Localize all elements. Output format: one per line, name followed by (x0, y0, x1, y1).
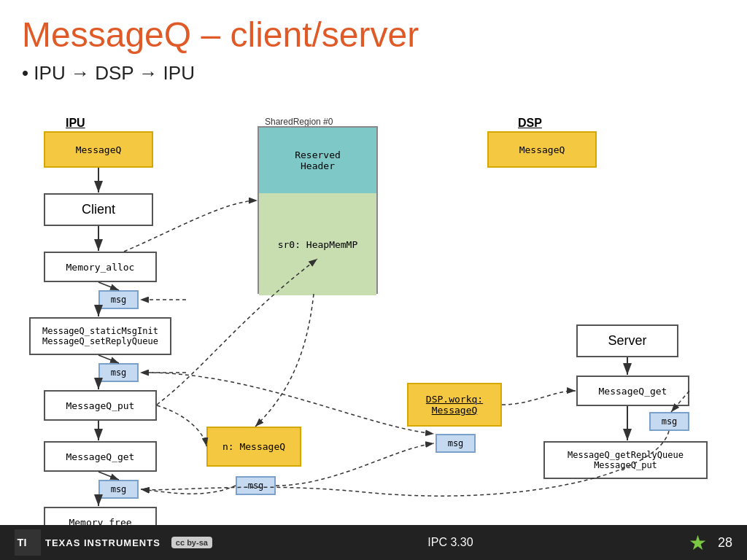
cc-badge: cc by-sa (171, 537, 212, 548)
ipu-messageq-box: MessageQ (44, 131, 153, 168)
svg-line-4 (98, 282, 119, 290)
page-number: 28 (718, 535, 732, 551)
ti-logo: TI TEXAS INSTRUMENTS (15, 529, 160, 556)
msg-server-label: msg (662, 416, 678, 427)
diagram-area: IPU DSP SharedRegion #0 MessageQ Client … (0, 113, 747, 521)
ipu-messageq-label: MessageQ (76, 144, 122, 155)
msg-n-box: msg (236, 476, 276, 495)
msg-server-box: msg (649, 412, 689, 431)
ti-company-name: TEXAS INSTRUMENTS (45, 537, 160, 548)
footer-version: IPC 3.30 (427, 536, 473, 549)
arrow1: → (71, 62, 90, 84)
msg-dsp-box: msg (436, 434, 476, 453)
msg-n-label: msg (248, 481, 264, 491)
sr0-box: sr0: HeapMemMP (259, 193, 376, 295)
msg3-box: msg (98, 480, 139, 499)
footer-right: ★ 28 (689, 531, 732, 555)
static-set-label: MessageQ_staticMsgInit MessageQ_setReply… (42, 326, 158, 346)
messageq-get-server-box: MessageQ_get (576, 376, 689, 406)
client-box: Client (44, 193, 153, 226)
msg3-label: msg (111, 484, 127, 494)
version-text: IPC 3.30 (427, 536, 473, 548)
dsp-workq-label: DSP.workq: MessageQ (426, 394, 483, 416)
dsp-messageq-label: MessageQ (519, 144, 565, 155)
star-icon: ★ (689, 531, 707, 555)
messageq-put-label: MessageQ_put (66, 400, 135, 411)
subtitle-dsp: DSP (90, 62, 139, 84)
n-messageq-label: n: MessageQ (222, 441, 285, 452)
memory-alloc-box: Memory_alloc (44, 252, 157, 282)
slide-title: MessageQ – client/server (0, 0, 747, 58)
shared-region-label: SharedRegion #0 (265, 117, 333, 127)
shared-region-outer: Reserved Header sr0: HeapMemMP (258, 126, 378, 294)
getreply-put-box: MessageQ_getReplyQueue MessageQ_put (543, 441, 708, 479)
dsp-label: DSP (518, 117, 542, 130)
slide-subtitle: • IPU → DSP → IPU (0, 58, 747, 92)
dsp-workq-box: DSP.workq: MessageQ (407, 383, 502, 427)
svg-text:TI: TI (18, 537, 27, 548)
reserved-header-label: Reserved Header (295, 149, 341, 171)
getreply-put-label: MessageQ_getReplyQueue MessageQ_put (568, 450, 684, 470)
server-box: Server (576, 324, 678, 357)
footer-left: TI TEXAS INSTRUMENTS cc by-sa (15, 529, 212, 556)
static-set-box: MessageQ_staticMsgInit MessageQ_setReply… (29, 317, 171, 355)
svg-line-11 (98, 472, 119, 480)
reserved-header-box: Reserved Header (259, 128, 376, 193)
msg2-label: msg (111, 368, 127, 378)
cc-text: cc by-sa (176, 538, 208, 547)
server-label: Server (608, 333, 646, 349)
subtitle-ipu2: IPU (158, 62, 195, 84)
ti-icon-svg: TI (15, 529, 41, 556)
dsp-messageq-box: MessageQ (487, 131, 597, 168)
footer: TI TEXAS INSTRUMENTS cc by-sa IPC 3.30 ★… (0, 525, 747, 560)
messageq-get-ipu-box: MessageQ_get (44, 441, 157, 472)
msg1-box: msg (98, 290, 139, 309)
ipu-label: IPU (66, 117, 85, 130)
memory-alloc-label: Memory_alloc (66, 262, 135, 273)
client-label: Client (82, 202, 115, 217)
messageq-get-ipu-label: MessageQ_get (66, 451, 135, 462)
messageq-get-server-label: MessageQ_get (599, 386, 667, 397)
arrow2: → (139, 62, 158, 84)
subtitle-bullet: • IPU (22, 62, 71, 84)
sr0-label: sr0: HeapMemMP (278, 239, 358, 250)
slide: MessageQ – client/server • IPU → DSP → I… (0, 0, 747, 560)
msg2-box: msg (98, 363, 139, 382)
messageq-put-box: MessageQ_put (44, 390, 157, 421)
msg-dsp-label: msg (448, 438, 464, 448)
svg-line-7 (98, 355, 119, 363)
n-messageq-box: n: MessageQ (206, 427, 301, 467)
msg1-label: msg (111, 295, 127, 305)
